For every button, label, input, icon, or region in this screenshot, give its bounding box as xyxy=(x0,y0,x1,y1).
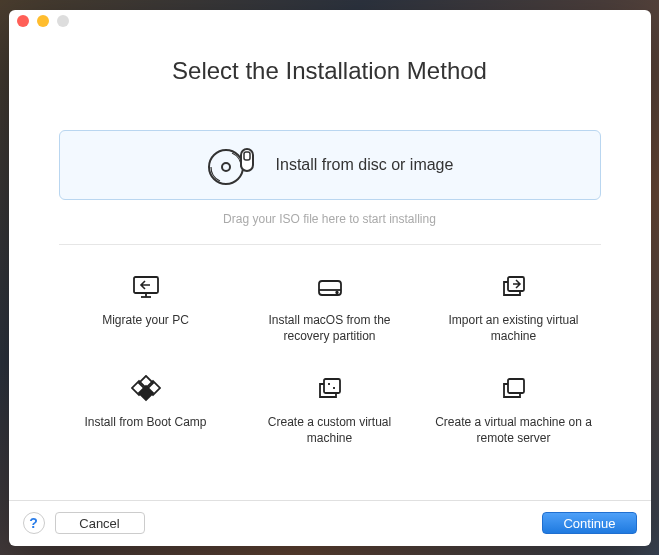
svg-point-1 xyxy=(222,163,230,171)
option-label: Create a virtual machine on a remote ser… xyxy=(434,414,594,446)
install-macos-recovery-option[interactable]: Install macOS from the recovery partitio… xyxy=(243,270,417,344)
remote-vm-icon xyxy=(497,372,531,406)
page-title: Select the Installation Method xyxy=(59,57,601,85)
migrate-pc-option[interactable]: Migrate your PC xyxy=(59,270,233,344)
divider xyxy=(59,244,601,245)
zoom-window-button xyxy=(57,15,69,27)
option-label: Import an existing virtual machine xyxy=(434,312,594,344)
titlebar xyxy=(9,10,651,32)
bootcamp-icon xyxy=(129,372,163,406)
svg-rect-16 xyxy=(508,379,524,393)
minimize-window-button[interactable] xyxy=(37,15,49,27)
close-window-button[interactable] xyxy=(17,15,29,27)
disc-image-icon xyxy=(206,143,258,187)
option-label: Create a custom virtual machine xyxy=(250,414,410,446)
drag-hint: Drag your ISO file here to start install… xyxy=(59,212,601,226)
option-label: Migrate your PC xyxy=(102,312,189,328)
primary-option-label: Install from disc or image xyxy=(276,156,454,174)
help-button[interactable]: ? xyxy=(23,512,45,534)
content-area: Select the Installation Method Install f… xyxy=(9,32,651,500)
installer-window: Select the Installation Method Install f… xyxy=(9,10,651,546)
footer: ? Cancel Continue xyxy=(9,500,651,546)
option-label: Install macOS from the recovery partitio… xyxy=(250,312,410,344)
svg-point-9 xyxy=(336,291,338,293)
monitor-arrow-icon xyxy=(129,270,163,304)
custom-vm-icon xyxy=(313,372,347,406)
import-vm-option[interactable]: Import an existing virtual machine xyxy=(427,270,601,344)
option-label: Install from Boot Camp xyxy=(84,414,206,430)
drive-icon xyxy=(313,270,347,304)
install-from-disc-option[interactable]: Install from disc or image xyxy=(59,130,601,200)
options-grid: Migrate your PC Install macOS from the r… xyxy=(59,270,601,447)
install-bootcamp-option[interactable]: Install from Boot Camp xyxy=(59,372,233,446)
import-vm-icon xyxy=(497,270,531,304)
continue-button[interactable]: Continue xyxy=(542,512,636,534)
svg-point-0 xyxy=(209,150,243,184)
create-custom-vm-option[interactable]: Create a custom virtual machine xyxy=(243,372,417,446)
svg-rect-15 xyxy=(324,379,340,393)
create-remote-vm-option[interactable]: Create a virtual machine on a remote ser… xyxy=(427,372,601,446)
cancel-button[interactable]: Cancel xyxy=(55,512,145,534)
